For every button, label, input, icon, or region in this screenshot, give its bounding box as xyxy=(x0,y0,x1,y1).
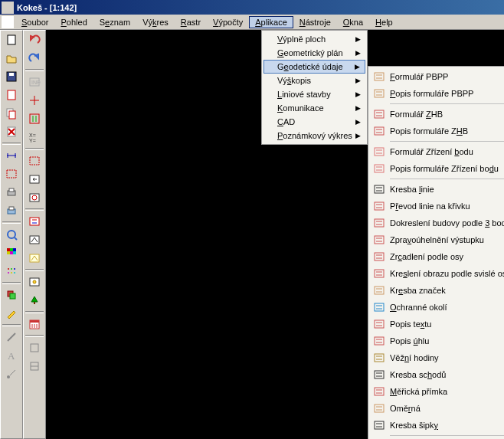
copy-button[interactable] xyxy=(3,105,21,122)
tree-button[interactable] xyxy=(26,292,44,309)
submenuitem-omerna[interactable]: Oměrná xyxy=(370,400,504,417)
svg-point-27 xyxy=(14,268,15,270)
menuitem-geodetick-daje[interactable]: Geodetické údaje▶ xyxy=(263,60,365,74)
separator xyxy=(390,141,504,142)
sq1-button[interactable] xyxy=(26,339,44,356)
submenuitem-arrow-draw[interactable]: Kresba šipky xyxy=(370,417,504,434)
submenuitem-mirror-vert[interactable]: Kreslení obrazu podle svislé osy xyxy=(370,265,504,282)
submenuitem-label: Dokreslení budovy podle 3 bodů xyxy=(390,218,504,228)
menu-výkres[interactable]: Výkres xyxy=(136,16,175,28)
submenu-arrow-icon: ▶ xyxy=(355,35,361,43)
undo-button[interactable] xyxy=(26,31,44,48)
calendar-button[interactable] xyxy=(26,316,44,333)
submenuitem-rectify[interactable]: Zpravoúhelnění výstupku xyxy=(370,231,504,248)
regen-button[interactable] xyxy=(26,189,44,206)
layer-r-button[interactable] xyxy=(26,213,44,230)
line-button[interactable] xyxy=(3,329,21,346)
separator xyxy=(390,103,504,104)
menuitem-cad[interactable]: CAD▶ xyxy=(263,115,365,129)
menu-okna[interactable]: Okna xyxy=(337,16,369,28)
submenuitem-line-to-curve[interactable]: Převod linie na křivku xyxy=(370,198,504,215)
submenuitem-label: Zpravoúhelnění výstupku xyxy=(390,235,484,244)
separator xyxy=(25,335,44,337)
open-button[interactable] xyxy=(3,50,21,67)
sel-button[interactable] xyxy=(26,152,44,169)
crosshair-button[interactable] xyxy=(26,92,44,109)
menuitem-v-kopis[interactable]: Výškopis▶ xyxy=(263,74,365,87)
page-button[interactable] xyxy=(3,87,21,103)
submenuitem-line-draw[interactable]: Kresba linie xyxy=(370,181,504,198)
new-button[interactable] xyxy=(3,31,21,48)
submenuitem-protect-area[interactable]: Ochranné okolí xyxy=(370,299,504,316)
toolbar-left-1: A xyxy=(0,30,23,439)
draw-button[interactable] xyxy=(3,305,21,322)
menuitem-v-pln-ploch[interactable]: Výplně ploch▶ xyxy=(263,32,365,46)
print2-button[interactable] xyxy=(3,202,21,219)
menu-help[interactable]: Help xyxy=(369,16,399,28)
xy-button[interactable]: X=Y= xyxy=(26,129,44,146)
submenuitem-form-pbpp[interactable]: Formulář PBPP xyxy=(370,68,504,85)
submenuitem-label: Popis textu xyxy=(390,319,431,329)
form-pbpp-desc-icon xyxy=(371,87,387,100)
svg-rect-126 xyxy=(375,421,384,429)
point-button[interactable] xyxy=(3,365,21,382)
redo-button[interactable] xyxy=(26,50,44,67)
submenu-arrow-icon: ▶ xyxy=(355,63,360,70)
menuitem-geometrick-pl-n[interactable]: Geometrický plán▶ xyxy=(263,46,365,60)
submenuitem-form-zb-desc[interactable]: Popis formuláře Zřízení bodu xyxy=(370,160,504,177)
svg-point-26 xyxy=(11,268,12,270)
delete-button[interactable] xyxy=(3,123,21,140)
menu-seznam[interactable]: Seznam xyxy=(93,16,136,28)
text-button[interactable]: A xyxy=(3,347,21,364)
sq2-button[interactable] xyxy=(26,358,44,375)
separator xyxy=(25,208,44,211)
submenuitem-building-3pt[interactable]: Dokreslení budovy podle 3 bodů xyxy=(370,215,504,231)
submenuitem-symbols[interactable]: Kresba značek xyxy=(370,282,504,299)
palette-button[interactable] xyxy=(3,244,21,261)
svg-rect-20 xyxy=(10,248,13,251)
submenuitem-measure-line[interactable]: Měřická přímka xyxy=(370,383,504,400)
submenuitem-stairs[interactable]: Kresba schodů xyxy=(370,366,504,383)
submenuitem-tower-clock[interactable]: Věžní hodiny xyxy=(370,349,504,366)
svg-rect-66 xyxy=(375,73,384,80)
obj1-button[interactable] xyxy=(26,274,44,290)
submenuitem-form-zhb-desc[interactable]: Popis formuláře ZHB xyxy=(370,123,504,139)
submenuitem-form-zhb[interactable]: Formulář ZHB xyxy=(370,106,504,123)
print-button[interactable] xyxy=(3,184,21,201)
config-button[interactable] xyxy=(3,226,21,243)
submenuitem-label: Popis formuláře PBPP xyxy=(390,89,473,98)
submenuitem-label: Věžní hodiny xyxy=(390,353,439,362)
layer-bk-button[interactable] xyxy=(26,231,44,248)
submenuitem-text-desc[interactable]: Popis textu xyxy=(370,316,504,333)
form-zhb-desc-icon xyxy=(371,125,387,137)
menu-soubor[interactable]: Soubor xyxy=(15,16,54,28)
arrowleft-button[interactable] xyxy=(26,171,44,188)
submenuitem-form-pbpp-desc[interactable]: Popis formuláře PBPP xyxy=(370,85,504,102)
menuitem-pozn-mkov-v-kres[interactable]: Poznámkový výkres▶ xyxy=(263,129,365,143)
save-button[interactable] xyxy=(3,68,21,85)
submenuitem-label: Formulář Zřízení bodu xyxy=(390,147,473,156)
menu-aplikace[interactable]: Aplikace xyxy=(249,16,293,28)
drawing-canvas[interactable]: Výplně ploch▶Geometrický plán▶Geodetické… xyxy=(46,30,504,439)
layers-button[interactable] xyxy=(3,287,21,303)
rectify-icon xyxy=(371,234,387,246)
dots-button[interactable] xyxy=(3,263,21,280)
dim-button[interactable] xyxy=(3,147,21,164)
menuitem-liniov-stavby[interactable]: Liniové stavby▶ xyxy=(263,87,365,101)
submenuitem-angle-desc[interactable]: Popis úhlu xyxy=(370,333,504,349)
menuitem-komunikace[interactable]: Komunikace▶ xyxy=(263,101,365,115)
menu-výpočty[interactable]: Výpočty xyxy=(207,16,249,28)
menu-rastr[interactable]: Rastr xyxy=(175,16,207,28)
submenuitem-form-zb[interactable]: Formulář Zřízení bodu xyxy=(370,143,504,160)
svg-rect-93 xyxy=(375,236,384,244)
submenu-arrow-icon: ▶ xyxy=(355,104,361,112)
submenuitem-mirror[interactable]: Zrcadlení podle osy xyxy=(370,248,504,265)
rect-button[interactable] xyxy=(3,165,21,182)
separator xyxy=(25,148,44,150)
menu-nástroje[interactable]: Nástroje xyxy=(293,16,337,28)
zoomall-button[interactable] xyxy=(26,110,44,127)
separator xyxy=(2,282,21,284)
info-button[interactable]: INFO xyxy=(26,74,44,90)
menu-pohled[interactable]: Pohled xyxy=(54,16,93,28)
layer-y-button[interactable] xyxy=(26,250,44,267)
